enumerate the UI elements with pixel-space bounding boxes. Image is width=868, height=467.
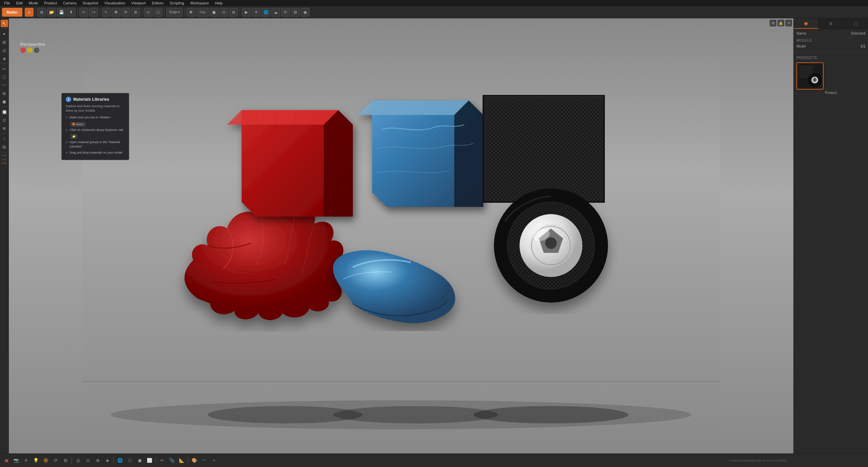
toolbar-rotate[interactable]: ⟳: [121, 8, 130, 17]
vp-icon-red[interactable]: [20, 47, 26, 53]
models-row-key: Model: [796, 44, 806, 48]
bt-render[interactable]: ◼: [2, 456, 11, 465]
toolbar-new[interactable]: ⊞: [37, 8, 46, 17]
viewport-3d[interactable]: Product Perspective ⚙ 🔒 ✕: [9, 18, 793, 453]
bt-wave[interactable]: ≈: [210, 456, 218, 465]
toolbar-magnet[interactable]: ⬡: [154, 8, 162, 17]
vp-icon-dark[interactable]: [34, 47, 39, 53]
rp-tab-properties[interactable]: ◆: [794, 18, 818, 29]
left-tool-select[interactable]: ↖: [1, 20, 8, 27]
bt-scene1[interactable]: ◎: [74, 456, 82, 465]
bt-mat[interactable]: ◈: [103, 456, 112, 465]
toolbar-move[interactable]: ✤: [112, 8, 120, 17]
bt-extra1[interactable]: 🌐: [116, 456, 124, 465]
viewport-label-area: Product Perspective: [18, 37, 48, 54]
models-label: Models: [796, 39, 865, 42]
toolbar-mode-btn[interactable]: ◈: [25, 8, 34, 17]
bt-hdri[interactable]: ☀: [22, 456, 31, 465]
tooltip-title: Materials Libraries: [73, 97, 109, 102]
menu-snapshot[interactable]: Snapshot: [80, 0, 101, 6]
bt-anim[interactable]: ⟳: [51, 456, 60, 465]
left-tool-7[interactable]: 〰: [1, 81, 8, 89]
bt-scene2[interactable]: ⊙: [83, 456, 92, 465]
menu-file[interactable]: File: [1, 0, 13, 6]
toolbar-snap-dropdown[interactable]: Snap ▾: [166, 8, 183, 17]
toolbar-scale[interactable]: ⊕: [131, 8, 140, 17]
toolbar-light[interactable]: ☀: [252, 8, 260, 17]
menu-workspace[interactable]: Workspace: [188, 0, 212, 6]
bt-light1[interactable]: 💡: [32, 456, 40, 465]
toolbar-undo[interactable]: ↩: [79, 8, 88, 17]
toolbar-anim[interactable]: ▶: [242, 8, 251, 17]
left-tool-12[interactable]: ⊗: [1, 124, 8, 132]
left-tool-5[interactable]: ✂: [1, 65, 8, 73]
toolbar-snap[interactable]: ⊙: [144, 8, 153, 17]
bt-clip[interactable]: 📎: [167, 456, 176, 465]
bt-grid[interactable]: ⊞: [61, 456, 70, 465]
bottom-toolbar: ◼ 📷 ☀ 💡 🔆 ⟳ ⊞ ◎ ⊙ ⊗ ◈ 🌐 ⬡ ◼ ⬜ ✏ 📎 📐 🎨 〰 …: [0, 453, 868, 467]
bt-curve[interactable]: 〰: [200, 456, 209, 465]
bt-scene3[interactable]: ⊗: [93, 456, 102, 465]
product-thumbnail[interactable]: [796, 62, 824, 90]
tooltip-matter-btn[interactable]: Matter: [71, 122, 85, 127]
iray-label-2[interactable]: Iray: [2, 158, 6, 161]
toolbar-render[interactable]: ◼: [210, 8, 218, 17]
rp-tab-scene[interactable]: ≡: [818, 18, 843, 29]
menu-camera[interactable]: Camera: [60, 0, 79, 6]
toolbar-open[interactable]: 📂: [47, 8, 56, 17]
bt-color[interactable]: 🎨: [190, 456, 199, 465]
viewport-title: Product: [20, 38, 45, 42]
toolbar-export[interactable]: ⬆: [67, 8, 76, 17]
rp-tab-library[interactable]: □: [844, 18, 868, 29]
vp-tr-settings[interactable]: ⚙: [770, 20, 776, 26]
toolbar-extra2[interactable]: ◉: [301, 8, 310, 17]
bt-snapshot[interactable]: 📷: [12, 456, 21, 465]
toolbar-env[interactable]: 🌐: [261, 8, 270, 17]
vp-tr-close[interactable]: ✕: [785, 20, 792, 26]
vp-tr-lock[interactable]: 🔒: [777, 20, 784, 26]
iray-label-1[interactable]: Iray: [2, 154, 6, 157]
left-tool-3[interactable]: ◎: [1, 46, 8, 54]
svg-rect-5: [82, 18, 720, 453]
left-tool-11[interactable]: ⊙: [1, 116, 8, 124]
bt-measure[interactable]: 📐: [177, 456, 186, 465]
left-sep-5: [1, 152, 7, 152]
menu-editors[interactable]: Editors: [149, 0, 166, 6]
menu-product[interactable]: Product: [41, 0, 60, 6]
menu-help[interactable]: Help: [212, 0, 225, 6]
menu-viewport[interactable]: Viewport: [129, 0, 149, 6]
menu-scripting[interactable]: Scripting: [167, 0, 187, 6]
toolbar-cloud[interactable]: ☁: [271, 8, 280, 17]
left-tool-14[interactable]: ⊞: [1, 143, 8, 151]
iray-label-3[interactable]: Iray: [2, 161, 6, 165]
toolbar-save[interactable]: 💾: [57, 8, 66, 17]
bt-light2[interactable]: 🔆: [41, 456, 50, 465]
toolbar-cam2[interactable]: ⊗: [229, 8, 238, 17]
bt-extra2[interactable]: ⬡: [125, 456, 134, 465]
menu-visualization[interactable]: Visualization: [102, 0, 128, 6]
left-tool-10[interactable]: 🔲: [1, 108, 8, 116]
toolbar-extra1[interactable]: ⊞: [291, 8, 300, 17]
bt-pen[interactable]: ✏: [158, 456, 166, 465]
left-tool-6[interactable]: ⬡: [1, 73, 8, 81]
left-tool-9[interactable]: ◼: [1, 98, 8, 105]
vp-icon-yellow[interactable]: [27, 47, 33, 53]
menu-mode[interactable]: Mode: [26, 0, 41, 6]
bt-extra4[interactable]: ⬜: [145, 456, 154, 465]
toolbar-select[interactable]: ↖: [102, 8, 111, 17]
toolbar-sep-6: [184, 8, 185, 16]
toolbar-sync[interactable]: ⟳: [281, 8, 290, 17]
left-tool-13[interactable]: ↕: [1, 135, 8, 142]
left-tool-4[interactable]: ◈: [1, 55, 8, 62]
toolbar-redo[interactable]: ↪: [89, 8, 98, 17]
tooltip-folder-btn[interactable]: 📁: [71, 134, 77, 139]
left-tool-8[interactable]: ⊕: [1, 90, 8, 97]
left-tool-1[interactable]: ✦: [1, 30, 8, 38]
menu-edit[interactable]: Edit: [14, 0, 25, 6]
toolbar-cam1[interactable]: ⊙: [219, 8, 228, 17]
left-tool-2[interactable]: ⊞: [1, 38, 8, 46]
bt-extra3[interactable]: ◼: [135, 456, 144, 465]
toolbar-trep[interactable]: Trep: [196, 8, 209, 17]
header-selected-label: Selected: [851, 31, 865, 35]
toolbar-add[interactable]: ✚: [186, 8, 195, 17]
